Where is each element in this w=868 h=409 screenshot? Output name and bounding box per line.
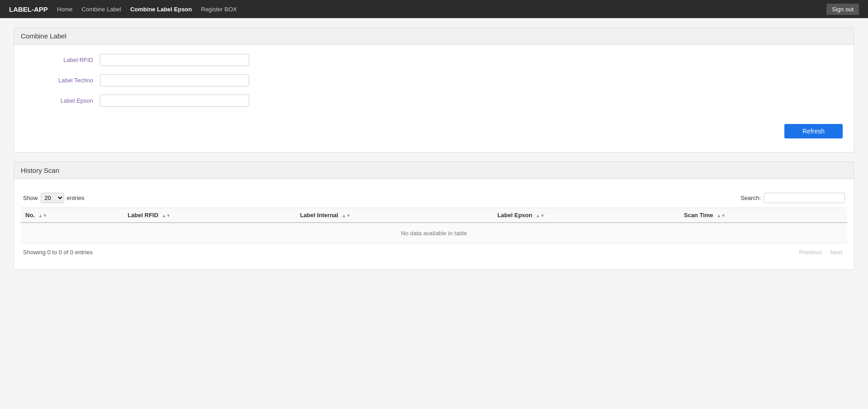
label-techno-input[interactable] [100, 74, 249, 86]
col-epson-label: Label Epson [497, 212, 532, 219]
navbar-links: Home Combine Label Combine Label Epson R… [57, 6, 826, 13]
table-controls: Show 10 20 50 100 entries Search: [21, 188, 847, 208]
nav-home[interactable]: Home [57, 6, 73, 13]
history-scan-title: History Scan [14, 162, 854, 179]
combine-label-panel: Combine Label Label RFID Label Techno La… [14, 27, 854, 152]
showing-info: Showing 0 to 0 of 0 entries [23, 249, 93, 256]
label-rfid-group: Label RFID [21, 54, 847, 66]
no-data-cell: No data available in table [21, 223, 847, 244]
next-button[interactable]: Next [827, 247, 845, 257]
search-area: Search: [741, 193, 845, 203]
history-scan-body: Show 10 20 50 100 entries Search: [14, 179, 854, 270]
col-no-label: No. [25, 212, 35, 219]
no-data-row: No data available in table [21, 223, 847, 244]
search-label: Search: [741, 195, 761, 201]
sign-out-button[interactable]: Sign out [826, 4, 859, 15]
form-actions: Refresh [21, 115, 847, 143]
show-entries-area: Show 10 20 50 100 entries [23, 193, 85, 203]
pagination-buttons: Previous Next [797, 247, 845, 257]
sort-icon-internal: ▲▼ [342, 213, 351, 218]
history-scan-panel: History Scan Show 10 20 50 100 entries S… [14, 162, 854, 270]
nav-register-box[interactable]: Register BOX [201, 6, 237, 13]
label-techno-group: Label Techno [21, 74, 847, 86]
col-scan-time[interactable]: Scan Time ▲▼ [679, 208, 847, 223]
col-no[interactable]: No. ▲▼ [21, 208, 123, 223]
pagination-area: Showing 0 to 0 of 0 entries Previous Nex… [21, 244, 847, 261]
navbar-brand[interactable]: LABEL-APP [9, 5, 48, 13]
label-epson-label: Label Epson [21, 97, 93, 104]
sort-icon-epson: ▲▼ [536, 213, 545, 218]
label-epson-group: Label Epson [21, 95, 847, 107]
col-label-internal[interactable]: Label Internal ▲▼ [296, 208, 493, 223]
table-header-row: No. ▲▼ Label RFID ▲▼ Label Internal ▲▼ [21, 208, 847, 223]
col-label-rfid[interactable]: Label RFID ▲▼ [123, 208, 296, 223]
nav-combine-label[interactable]: Combine Label [82, 6, 121, 13]
navbar-right: Sign out [826, 4, 859, 15]
col-internal-label: Label Internal [300, 212, 339, 219]
history-table: No. ▲▼ Label RFID ▲▼ Label Internal ▲▼ [21, 208, 847, 244]
search-input[interactable] [764, 193, 845, 203]
label-rfid-input[interactable] [100, 54, 249, 66]
previous-button[interactable]: Previous [797, 247, 825, 257]
sort-icon-scan-time: ▲▼ [717, 213, 726, 218]
label-techno-label: Label Techno [21, 77, 93, 84]
label-epson-input[interactable] [100, 95, 249, 107]
refresh-button[interactable]: Refresh [784, 124, 843, 138]
label-rfid-label: Label RFID [21, 57, 93, 63]
sort-icon-rfid: ▲▼ [162, 213, 171, 218]
entries-select[interactable]: 10 20 50 100 [41, 193, 64, 203]
entries-label: entries [67, 195, 85, 201]
main-content: Combine Label Label RFID Label Techno La… [0, 18, 868, 288]
col-rfid-label: Label RFID [127, 212, 158, 219]
navbar: LABEL-APP Home Combine Label Combine Lab… [0, 0, 868, 18]
combine-label-body: Label RFID Label Techno Label Epson Refr… [14, 45, 854, 152]
col-label-epson[interactable]: Label Epson ▲▼ [493, 208, 679, 223]
combine-label-title: Combine Label [14, 28, 854, 45]
col-scan-time-label: Scan Time [684, 212, 713, 219]
sort-icon-no: ▲▼ [38, 213, 47, 218]
show-label: Show [23, 195, 38, 201]
nav-combine-label-epson[interactable]: Combine Label Epson [130, 6, 192, 13]
